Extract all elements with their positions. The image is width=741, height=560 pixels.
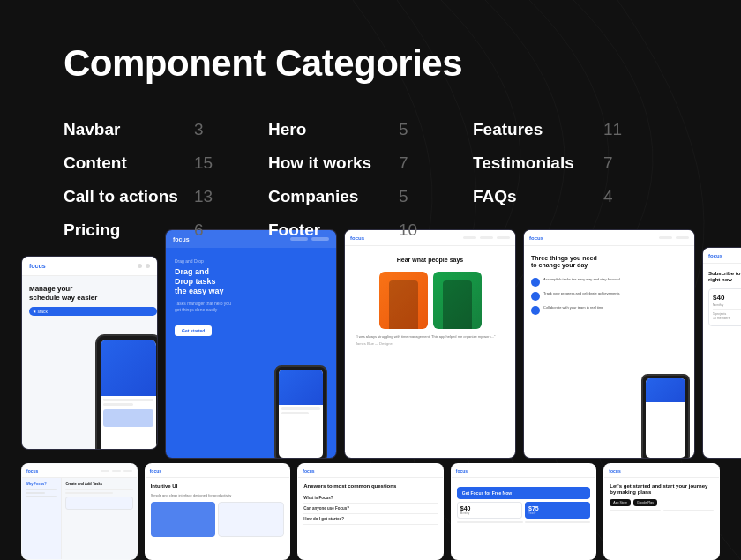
category-pricing: Pricing 6: [64, 220, 268, 240]
faq-item: What is Focus?: [303, 493, 438, 504]
thumb-logo: focus: [303, 468, 314, 474]
category-count: 6: [194, 220, 204, 240]
category-hero: Hero 5: [268, 120, 473, 139]
category-faqs: FAQs 4: [473, 187, 677, 206]
category-footer: Footer 10: [268, 220, 473, 240]
category-count: 15: [194, 153, 213, 173]
store-badges: App Store Google Play: [610, 499, 714, 506]
category-count: 11: [603, 120, 622, 139]
category-name: How it works: [268, 153, 383, 173]
thumbnails-row-bottom: focus Why Focus? Create and Add Tasks: [0, 463, 741, 560]
category-name: Testimonials: [473, 153, 588, 173]
category-count: 7: [603, 153, 613, 173]
cta-section: Get Focus for Free Now: [457, 487, 591, 499]
thumb-cta-button[interactable]: Get started: [175, 325, 212, 336]
category-count: 4: [603, 187, 613, 206]
pricing-cards: $40 Monthly 5 projects 10 members $75 Ye…: [708, 288, 741, 326]
thumb-title: Answers to most common questions: [303, 483, 438, 489]
category-name: Call to actions: [64, 187, 178, 206]
list-icon: [531, 292, 540, 301]
category-count: 13: [194, 187, 213, 206]
category-name: Hero: [268, 120, 383, 139]
category-name: Navbar: [64, 120, 178, 139]
thumb-logo: focus: [456, 468, 468, 474]
thumbnail-get-started[interactable]: focus Let's get started and start your j…: [603, 463, 720, 560]
thumb-quote: "I was always struggling with time manag…: [352, 334, 508, 340]
category-testimonials: Testimonials 7: [473, 153, 677, 173]
category-features: Features 11: [473, 120, 677, 139]
thumb-text: Simple and clean interface designed for …: [151, 493, 285, 498]
thumb-title: Let's get started and start your journey…: [610, 483, 714, 496]
list-icon: [531, 306, 540, 315]
google-play-badge[interactable]: Google Play: [633, 499, 657, 506]
phone-mockup: [274, 365, 327, 458]
phone-mockup: [641, 374, 690, 458]
category-name: Content: [64, 153, 178, 173]
category-count: 10: [399, 220, 417, 240]
thumbnail-faq[interactable]: focus Answers to most common questions W…: [297, 463, 444, 560]
category-name: Companies: [268, 187, 383, 206]
category-content: Content 15: [64, 153, 268, 173]
main-content: Component Categories Navbar 3 Content 15…: [0, 0, 741, 289]
category-column-1: Navbar 3 Content 15 Call to actions 13 P…: [64, 120, 268, 240]
category-navbar: Navbar 3: [64, 120, 268, 139]
category-companies: Companies 5: [268, 187, 473, 206]
phone-mockup: [95, 334, 157, 449]
previews-wrapper: focus Manage yourschedule way easier ★ s…: [0, 295, 741, 560]
category-count: 7: [399, 153, 408, 173]
category-count: 5: [399, 187, 408, 206]
thumb-logo: focus: [150, 468, 161, 474]
category-name: FAQs: [473, 187, 588, 206]
category-name: Pricing: [64, 220, 178, 240]
thumbnail-intuitive-ui[interactable]: focus Intuitive UI Simple and clean inte…: [145, 463, 291, 560]
faq-item: How do I get started?: [303, 514, 438, 525]
category-count: 3: [194, 120, 204, 139]
thumbnail-get-focus[interactable]: focus Get Focus for Free Now $40 Monthly…: [451, 463, 597, 560]
category-how-it-works: How it works 7: [268, 153, 473, 173]
thumbnail-focus-app[interactable]: focus Why Focus? Create and Add Tasks: [21, 463, 138, 560]
thumb-badge: ★ stack: [29, 307, 157, 316]
category-cta: Call to actions 13: [64, 187, 268, 206]
category-name: Footer: [268, 220, 383, 240]
pricing-row: $40 Monthly $75 Yearly: [457, 502, 591, 519]
thumb-subtitle: Tasks manager that help youget things do…: [175, 301, 327, 313]
category-name: Features: [473, 120, 588, 139]
app-store-badge[interactable]: App Store: [610, 499, 631, 506]
categories-grid: Navbar 3 Content 15 Call to actions 13 P…: [64, 120, 677, 240]
category-count: 5: [399, 120, 408, 139]
category-column-2: Hero 5 How it works 7 Companies 5 Footer…: [268, 120, 473, 240]
page-title: Component Categories: [64, 42, 677, 85]
thumb-logo: focus: [609, 468, 620, 474]
faq-item: Can anyone use Focus?: [303, 504, 438, 514]
thumb-logo: focus: [26, 468, 38, 474]
category-column-3: Features 11 Testimonials 7 FAQs 4: [473, 120, 677, 240]
thumb-title: Intuitive UI: [151, 483, 285, 489]
